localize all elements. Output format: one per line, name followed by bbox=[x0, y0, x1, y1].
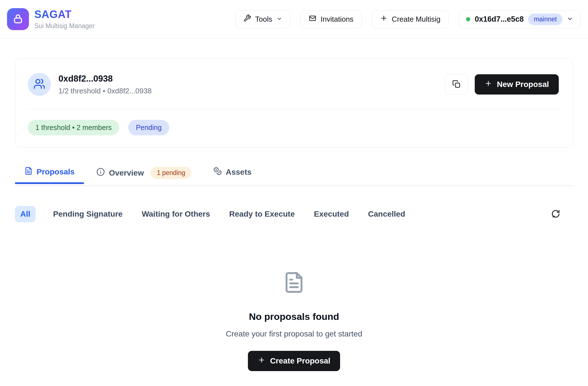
empty-state-subtitle: Create your first proposal to get starte… bbox=[15, 329, 573, 338]
header-actions: Tools Invitations Create Multisig 0x16d7… bbox=[235, 10, 580, 28]
coins-icon bbox=[213, 167, 222, 177]
create-proposal-label: Create Proposal bbox=[270, 356, 331, 365]
filter-cancelled[interactable]: Cancelled bbox=[366, 206, 407, 222]
brand-tagline: Sui Multisig Manager bbox=[34, 22, 95, 30]
tab-assets-label: Assets bbox=[226, 168, 252, 177]
badge-row: 1 threshold • 2 members Pending bbox=[28, 120, 559, 135]
tab-assets[interactable]: Assets bbox=[204, 166, 261, 184]
create-multisig-button[interactable]: Create Multisig bbox=[372, 10, 449, 28]
threshold-members-badge: 1 threshold • 2 members bbox=[28, 120, 119, 135]
refresh-button[interactable] bbox=[551, 209, 560, 219]
tab-bar: Proposals Overview 1 pending Assets bbox=[15, 166, 573, 186]
filter-waiting-for-others[interactable]: Waiting for Others bbox=[140, 206, 212, 222]
main-content: 0xd8f2...0938 1/2 threshold • 0xd8f2...0… bbox=[0, 59, 588, 371]
chevron-down-icon bbox=[567, 16, 573, 23]
status-badge: Pending bbox=[128, 120, 169, 135]
tools-button[interactable]: Tools bbox=[235, 10, 290, 28]
multisig-actions: New Proposal bbox=[445, 74, 559, 95]
users-icon bbox=[33, 78, 45, 91]
network-badge: mainnet bbox=[528, 14, 562, 25]
copy-icon bbox=[452, 80, 461, 89]
app-header: SAGAT Sui Multisig Manager Tools Invitat… bbox=[0, 0, 588, 39]
new-proposal-label: New Proposal bbox=[497, 80, 549, 89]
tools-label: Tools bbox=[255, 15, 272, 24]
multisig-subtitle: 1/2 threshold • 0xd8f2...0938 bbox=[58, 87, 151, 95]
tab-overview[interactable]: Overview 1 pending bbox=[87, 166, 201, 185]
network-status-dot bbox=[466, 17, 470, 21]
invitations-label: Invitations bbox=[321, 15, 354, 24]
multisig-title: 0xd8f2...0938 bbox=[58, 74, 151, 84]
new-proposal-button[interactable]: New Proposal bbox=[475, 74, 559, 95]
multisig-info: 0xd8f2...0938 1/2 threshold • 0xd8f2...0… bbox=[58, 74, 151, 95]
tab-overview-label: Overview bbox=[109, 169, 144, 178]
info-icon bbox=[96, 168, 105, 178]
filter-executed[interactable]: Executed bbox=[312, 206, 351, 222]
filter-pending-signature[interactable]: Pending Signature bbox=[51, 206, 124, 222]
mail-icon bbox=[309, 14, 316, 24]
filter-all[interactable]: All bbox=[15, 206, 36, 222]
app-logo bbox=[7, 8, 29, 30]
avatar bbox=[28, 73, 51, 96]
multisig-card-header: 0xd8f2...0938 1/2 threshold • 0xd8f2...0… bbox=[28, 73, 559, 96]
create-multisig-label: Create Multisig bbox=[392, 15, 440, 24]
plus-icon bbox=[485, 80, 492, 89]
tab-proposals[interactable]: Proposals bbox=[15, 166, 84, 183]
invitations-button[interactable]: Invitations bbox=[300, 10, 362, 28]
pending-count-badge: 1 pending bbox=[151, 167, 191, 179]
brand-name: SAGAT bbox=[34, 8, 95, 21]
create-proposal-button[interactable]: Create Proposal bbox=[248, 351, 340, 371]
chevron-down-icon bbox=[277, 15, 282, 24]
tab-proposals-label: Proposals bbox=[37, 167, 74, 176]
wallet-address: 0x16d7...e5c8 bbox=[475, 15, 524, 24]
empty-state: No proposals found Create your first pro… bbox=[15, 271, 573, 371]
brand-text: SAGAT Sui Multisig Manager bbox=[34, 8, 95, 30]
multisig-card: 0xd8f2...0938 1/2 threshold • 0xd8f2...0… bbox=[15, 59, 573, 147]
empty-state-title: No proposals found bbox=[15, 311, 573, 322]
proposal-filters: All Pending Signature Waiting for Others… bbox=[15, 206, 573, 222]
file-text-icon bbox=[283, 290, 305, 295]
lock-icon bbox=[12, 13, 24, 26]
plus-icon bbox=[380, 14, 388, 24]
file-text-icon bbox=[24, 167, 33, 177]
wallet-selector[interactable]: 0x16d7...e5c8 mainnet bbox=[459, 10, 580, 28]
wrench-icon bbox=[243, 14, 251, 24]
refresh-icon bbox=[551, 209, 560, 219]
copy-address-button[interactable] bbox=[445, 74, 468, 95]
plus-icon bbox=[258, 356, 265, 366]
card-divider bbox=[28, 109, 559, 109]
filter-ready-to-execute[interactable]: Ready to Execute bbox=[227, 206, 296, 222]
